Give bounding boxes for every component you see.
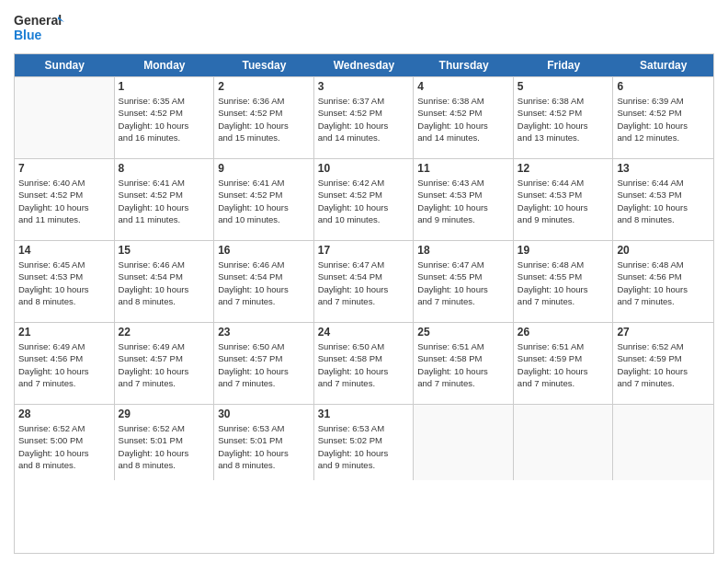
day-cell-25: 25Sunrise: 6:51 AMSunset: 4:58 PMDayligh… (414, 323, 514, 404)
day-number: 16 (218, 244, 310, 257)
header: GeneralBlue (14, 9, 714, 46)
day-info: Sunrise: 6:47 AMSunset: 4:54 PMDaylight:… (318, 259, 410, 307)
day-cell-17: 17Sunrise: 6:47 AMSunset: 4:54 PMDayligh… (314, 241, 415, 322)
day-number: 12 (518, 162, 609, 175)
day-info: Sunrise: 6:37 AMSunset: 4:52 PMDaylight:… (318, 95, 410, 144)
day-cell-26: 26Sunrise: 6:51 AMSunset: 4:59 PMDayligh… (514, 323, 614, 404)
day-number: 22 (119, 326, 210, 339)
day-info: Sunrise: 6:51 AMSunset: 4:59 PMDaylight:… (518, 340, 609, 389)
day-cell-6: 6Sunrise: 6:39 AMSunset: 4:52 PMDaylight… (613, 77, 713, 158)
day-cell-12: 12Sunrise: 6:44 AMSunset: 4:53 PMDayligh… (514, 159, 614, 240)
day-number: 8 (119, 162, 210, 175)
day-cell-13: 13Sunrise: 6:44 AMSunset: 4:53 PMDayligh… (613, 159, 713, 240)
day-cell-23: 23Sunrise: 6:50 AMSunset: 4:57 PMDayligh… (214, 323, 314, 404)
day-info: Sunrise: 6:47 AMSunset: 4:55 PMDaylight:… (417, 259, 509, 307)
day-number: 3 (318, 80, 410, 93)
day-cell-7: 7Sunrise: 6:40 AMSunset: 4:52 PMDaylight… (15, 159, 115, 240)
day-info: Sunrise: 6:45 AMSunset: 4:53 PMDaylight:… (18, 259, 110, 307)
day-cell-10: 10Sunrise: 6:42 AMSunset: 4:52 PMDayligh… (314, 159, 415, 240)
page: GeneralBlue SundayMondayTuesdayWednesday… (0, 0, 728, 563)
day-info: Sunrise: 6:38 AMSunset: 4:52 PMDaylight:… (417, 95, 509, 144)
day-number: 10 (318, 162, 410, 175)
day-info: Sunrise: 6:53 AMSunset: 5:02 PMDaylight:… (318, 422, 410, 471)
svg-text:General: General (14, 13, 62, 28)
day-number: 1 (119, 80, 210, 93)
day-number: 19 (518, 244, 609, 257)
day-info: Sunrise: 6:43 AMSunset: 4:53 PMDaylight:… (417, 177, 509, 225)
day-cell-20: 20Sunrise: 6:48 AMSunset: 4:56 PMDayligh… (613, 241, 713, 322)
day-number: 17 (318, 244, 410, 257)
calendar-week-2: 7Sunrise: 6:40 AMSunset: 4:52 PMDaylight… (15, 158, 713, 240)
day-info: Sunrise: 6:48 AMSunset: 4:55 PMDaylight:… (518, 259, 609, 307)
empty-cell (613, 405, 713, 480)
day-cell-29: 29Sunrise: 6:52 AMSunset: 5:01 PMDayligh… (115, 405, 215, 480)
day-cell-14: 14Sunrise: 6:45 AMSunset: 4:53 PMDayligh… (15, 241, 115, 322)
day-cell-27: 27Sunrise: 6:52 AMSunset: 4:59 PMDayligh… (613, 323, 713, 404)
day-number: 20 (617, 244, 710, 257)
empty-cell (15, 77, 115, 158)
day-info: Sunrise: 6:50 AMSunset: 4:58 PMDaylight:… (318, 340, 410, 389)
day-number: 29 (119, 408, 210, 420)
day-number: 28 (18, 408, 110, 420)
day-cell-30: 30Sunrise: 6:53 AMSunset: 5:01 PMDayligh… (214, 405, 314, 480)
header-day-friday: Friday (514, 54, 614, 76)
day-cell-31: 31Sunrise: 6:53 AMSunset: 5:02 PMDayligh… (314, 405, 415, 480)
day-number: 24 (318, 326, 410, 339)
day-info: Sunrise: 6:41 AMSunset: 4:52 PMDaylight:… (119, 177, 210, 225)
day-info: Sunrise: 6:41 AMSunset: 4:52 PMDaylight:… (218, 177, 310, 225)
day-info: Sunrise: 6:38 AMSunset: 4:52 PMDaylight:… (518, 95, 609, 144)
day-info: Sunrise: 6:44 AMSunset: 4:53 PMDaylight:… (617, 177, 710, 225)
day-number: 15 (119, 244, 210, 257)
day-number: 2 (218, 80, 310, 93)
day-number: 30 (218, 408, 310, 420)
day-cell-19: 19Sunrise: 6:48 AMSunset: 4:55 PMDayligh… (514, 241, 614, 322)
day-number: 18 (417, 244, 509, 257)
calendar-header: SundayMondayTuesdayWednesdayThursdayFrid… (15, 54, 713, 76)
day-number: 25 (417, 326, 509, 339)
empty-cell (514, 405, 614, 480)
day-info: Sunrise: 6:49 AMSunset: 4:56 PMDaylight:… (18, 340, 110, 389)
day-number: 9 (218, 162, 310, 175)
day-number: 7 (18, 162, 110, 175)
day-number: 26 (518, 326, 609, 339)
day-number: 14 (18, 244, 110, 257)
header-day-saturday: Saturday (613, 54, 713, 76)
calendar-body: 1Sunrise: 6:35 AMSunset: 4:52 PMDaylight… (15, 76, 713, 480)
day-info: Sunrise: 6:48 AMSunset: 4:56 PMDaylight:… (617, 259, 710, 307)
empty-cell (414, 405, 514, 480)
day-info: Sunrise: 6:46 AMSunset: 4:54 PMDaylight:… (218, 259, 310, 307)
header-day-wednesday: Wednesday (314, 54, 415, 76)
day-info: Sunrise: 6:36 AMSunset: 4:52 PMDaylight:… (218, 95, 310, 144)
day-cell-4: 4Sunrise: 6:38 AMSunset: 4:52 PMDaylight… (414, 77, 514, 158)
header-day-thursday: Thursday (414, 54, 514, 76)
logo-svg: GeneralBlue (14, 9, 64, 46)
day-cell-8: 8Sunrise: 6:41 AMSunset: 4:52 PMDaylight… (115, 159, 215, 240)
day-cell-11: 11Sunrise: 6:43 AMSunset: 4:53 PMDayligh… (414, 159, 514, 240)
svg-text:Blue: Blue (14, 28, 42, 42)
day-cell-16: 16Sunrise: 6:46 AMSunset: 4:54 PMDayligh… (214, 241, 314, 322)
day-info: Sunrise: 6:40 AMSunset: 4:52 PMDaylight:… (18, 177, 110, 225)
day-info: Sunrise: 6:51 AMSunset: 4:58 PMDaylight:… (417, 340, 509, 389)
day-cell-1: 1Sunrise: 6:35 AMSunset: 4:52 PMDaylight… (115, 77, 215, 158)
day-info: Sunrise: 6:50 AMSunset: 4:57 PMDaylight:… (218, 340, 310, 389)
day-number: 23 (218, 326, 310, 339)
calendar-week-4: 21Sunrise: 6:49 AMSunset: 4:56 PMDayligh… (15, 322, 713, 404)
day-cell-24: 24Sunrise: 6:50 AMSunset: 4:58 PMDayligh… (314, 323, 415, 404)
day-number: 21 (18, 326, 110, 339)
header-day-tuesday: Tuesday (214, 54, 314, 76)
day-number: 31 (318, 408, 410, 420)
day-number: 27 (617, 326, 710, 339)
day-cell-22: 22Sunrise: 6:49 AMSunset: 4:57 PMDayligh… (115, 323, 215, 404)
calendar-week-3: 14Sunrise: 6:45 AMSunset: 4:53 PMDayligh… (15, 240, 713, 322)
day-info: Sunrise: 6:52 AMSunset: 4:59 PMDaylight:… (617, 340, 710, 389)
header-day-sunday: Sunday (15, 54, 115, 76)
day-cell-18: 18Sunrise: 6:47 AMSunset: 4:55 PMDayligh… (414, 241, 514, 322)
day-number: 5 (518, 80, 609, 93)
day-number: 4 (417, 80, 509, 93)
day-number: 13 (617, 162, 710, 175)
day-cell-9: 9Sunrise: 6:41 AMSunset: 4:52 PMDaylight… (214, 159, 314, 240)
day-cell-28: 28Sunrise: 6:52 AMSunset: 5:00 PMDayligh… (15, 405, 115, 480)
day-info: Sunrise: 6:52 AMSunset: 5:01 PMDaylight:… (119, 422, 210, 471)
day-cell-2: 2Sunrise: 6:36 AMSunset: 4:52 PMDaylight… (214, 77, 314, 158)
day-info: Sunrise: 6:46 AMSunset: 4:54 PMDaylight:… (119, 259, 210, 307)
